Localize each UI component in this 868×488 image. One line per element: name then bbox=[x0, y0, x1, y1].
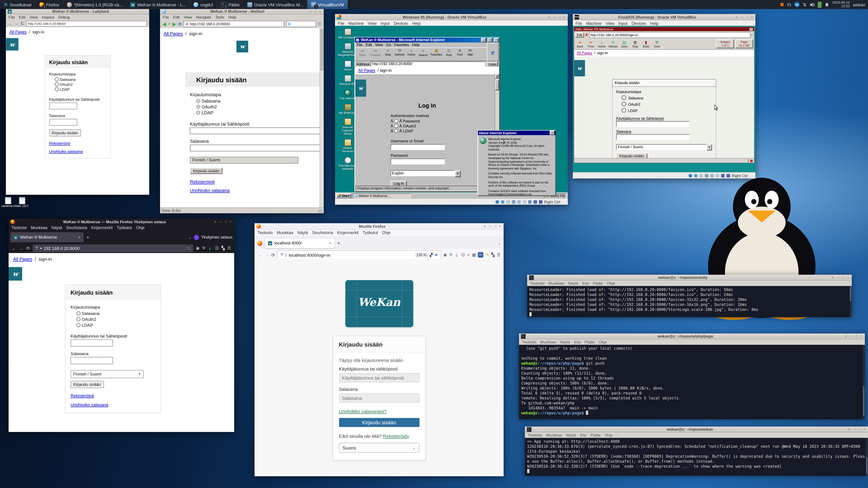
url-input[interactable]: ⊘ http://192.168.0.20:8000/ bbox=[184, 21, 284, 27]
menu-nayta[interactable]: Näytä bbox=[51, 225, 62, 230]
toolbar-favorites-button[interactable]: ▣Favorites bbox=[430, 48, 443, 56]
menu-devices[interactable]: Devices bbox=[631, 21, 646, 26]
search-icon[interactable]: ⌕ bbox=[751, 33, 753, 37]
menu-edit[interactable]: Edit bbox=[19, 15, 25, 20]
extension-feather-icon[interactable]: ✎ bbox=[486, 253, 489, 257]
menu-nayta[interactable]: Näytä bbox=[568, 281, 578, 286]
menu-view[interactable]: View bbox=[30, 15, 38, 20]
window-controls[interactable]: ∧ — □ × bbox=[548, 15, 566, 19]
reload-icon[interactable]: ⟳ bbox=[271, 252, 275, 257]
signin-submit-button[interactable]: Kirjaudu sisään bbox=[339, 418, 419, 427]
task-netsurf[interactable]: nsgtk3 bbox=[190, 0, 217, 9]
password-input[interactable] bbox=[391, 159, 445, 164]
menu-view[interactable]: View bbox=[368, 21, 377, 26]
window-controls[interactable]: ∧ — □ × bbox=[848, 427, 866, 431]
netsurf-titlebar[interactable]: WeKan ® Multiverse - NetSurf — □ × bbox=[160, 8, 324, 14]
radio-oauth2[interactable]: OAuth2 bbox=[70, 317, 156, 322]
menu-view[interactable]: View bbox=[184, 15, 192, 20]
firefox-titlebar[interactable]: WeKan ® Multiverse — Mozilla Firefox Yks… bbox=[8, 219, 234, 225]
back-icon[interactable]: ← bbox=[258, 252, 262, 257]
menu-go[interactable]: Go bbox=[386, 43, 391, 47]
maximize-button[interactable]: □ bbox=[487, 38, 492, 42]
select-arrow-icon[interactable]: ▼ bbox=[455, 170, 461, 177]
extension-s-icon[interactable]: Ⓢ bbox=[215, 245, 219, 251]
password-input[interactable] bbox=[49, 119, 77, 126]
menu-ohje[interactable]: Ohje bbox=[599, 340, 607, 344]
radio-ldap[interactable]: LDAP bbox=[616, 108, 712, 113]
radio-ldap[interactable]: LDAP bbox=[49, 87, 106, 92]
forward-icon[interactable]: ▶ bbox=[173, 21, 176, 27]
breadcrumb-all-pages-link[interactable]: All Pages bbox=[358, 68, 375, 73]
window-controls[interactable]: — □ × bbox=[309, 10, 322, 13]
url-bar[interactable]: ⛨ ▯ localhost:4000/sign-in 130 % ▞ ★ bbox=[277, 250, 441, 260]
bookmarks-button[interactable]: ▮Book bbox=[641, 40, 651, 48]
menu-nayta[interactable]: Näytä bbox=[560, 340, 570, 344]
menu-machine[interactable]: Machine bbox=[348, 21, 364, 26]
language-select[interactable]: English bbox=[391, 170, 455, 176]
signin-submit-button[interactable]: Kirjaudu sisään bbox=[70, 381, 104, 388]
insecure-lock-icon[interactable]: 🔒︎ bbox=[40, 246, 42, 250]
signin-submit-button[interactable]: Kirjaudu sisään bbox=[190, 168, 222, 174]
menu-paate[interactable]: Pääte bbox=[593, 281, 602, 286]
reload-icon[interactable]: ⟳ bbox=[26, 246, 30, 251]
language-select[interactable]: Finnish / Suomi bbox=[190, 157, 298, 164]
menu-ohje[interactable]: Ohje bbox=[382, 230, 391, 235]
protection-shield-icon[interactable]: ⛨ bbox=[449, 252, 452, 257]
tools-button[interactable]: ⚒Tools bbox=[652, 40, 662, 48]
radio-password[interactable]: Â Â Password bbox=[391, 119, 499, 123]
app-menu-icon[interactable]: ☰ bbox=[227, 246, 231, 250]
clock[interactable]: 2023-05-10 22:53 bbox=[832, 1, 850, 8]
toolbar-forward-button[interactable]: ⇨Forward bbox=[369, 48, 382, 57]
radio-salasana[interactable]: Salasana bbox=[49, 77, 106, 82]
password-input[interactable] bbox=[190, 144, 322, 151]
radio-icon[interactable] bbox=[55, 87, 59, 91]
url-bar[interactable]: ⛨ 🔒︎ 192.168.0.20:8000 ☆ bbox=[33, 244, 193, 252]
protection-shield-icon[interactable]: ⛨ bbox=[202, 246, 205, 251]
menu-tools[interactable]: Tools bbox=[215, 15, 224, 20]
radio-ldap[interactable]: LDAP bbox=[70, 323, 156, 328]
notifications-bell-icon[interactable] bbox=[825, 2, 829, 7]
forward-button[interactable]: ➡Forw bbox=[586, 40, 596, 48]
downloads-icon[interactable]: ⭳ bbox=[208, 246, 212, 250]
forgot-password-link[interactable]: Unohditko salasanasi? bbox=[339, 409, 386, 414]
radio-icon[interactable] bbox=[622, 108, 626, 112]
login-button[interactable]: Log In bbox=[391, 181, 407, 186]
extension-fingerprint-icon[interactable]: ◉ bbox=[196, 246, 199, 250]
username-input[interactable] bbox=[616, 121, 689, 127]
menu-file[interactable]: File bbox=[163, 15, 169, 20]
toolbar-mail-button[interactable]: ✉Mail bbox=[465, 48, 475, 56]
radio-icon[interactable] bbox=[196, 111, 200, 115]
menu-devices[interactable]: Devices bbox=[394, 21, 408, 26]
home-button[interactable]: ⌂Home bbox=[597, 40, 607, 48]
menu-input[interactable]: Input bbox=[618, 21, 627, 26]
radio-ldap[interactable]: LDAP bbox=[190, 110, 324, 115]
menu-tyokalut[interactable]: Työkalut bbox=[363, 230, 378, 235]
menu-input[interactable]: Input bbox=[381, 21, 390, 26]
shield-icon[interactable]: ⛨ bbox=[281, 253, 283, 257]
username-input[interactable] bbox=[49, 103, 77, 109]
password-input[interactable] bbox=[616, 134, 689, 140]
password-input[interactable] bbox=[339, 394, 419, 402]
app-menu-icon[interactable]: ☰ bbox=[497, 253, 500, 257]
window-controls[interactable]: ∧ — □ × bbox=[484, 224, 502, 228]
menu-nayta[interactable]: Näytä bbox=[297, 230, 308, 235]
register-link[interactable]: Rekisteröinti bbox=[70, 393, 94, 398]
radio-salasana[interactable]: Salasana bbox=[190, 98, 324, 103]
menu-ohje[interactable]: Ohje bbox=[136, 225, 145, 230]
zoom-level-badge[interactable]: 130 % bbox=[415, 252, 428, 257]
extension-moon-icon[interactable]: ◐ bbox=[467, 253, 470, 257]
toolbar-refresh-button[interactable]: ⟳Refresh bbox=[394, 48, 405, 56]
terminal-titlebar[interactable]: >_ wekan@z: ~/repos/wekan ∧ — □ × bbox=[525, 427, 868, 432]
back-icon[interactable]: ◀ bbox=[162, 21, 166, 27]
terminal-titlebar[interactable]: >_ wekan@z: ~/repos/w/php/page ∧ — □ × bbox=[519, 333, 865, 339]
ublock-shield-icon[interactable]: 9+ bbox=[478, 252, 484, 258]
new-tab-button[interactable]: + bbox=[86, 234, 89, 240]
reload-icon[interactable]: C bbox=[21, 21, 24, 26]
username-input[interactable] bbox=[190, 127, 322, 134]
tab-localhost[interactable]: w localhost:4000/ × bbox=[265, 238, 335, 248]
back-icon[interactable]: ← bbox=[12, 246, 16, 251]
radio-icon[interactable] bbox=[622, 95, 626, 100]
username-input[interactable] bbox=[391, 144, 445, 150]
close-button[interactable]: × bbox=[749, 28, 753, 31]
menu-view[interactable]: View bbox=[606, 21, 614, 26]
